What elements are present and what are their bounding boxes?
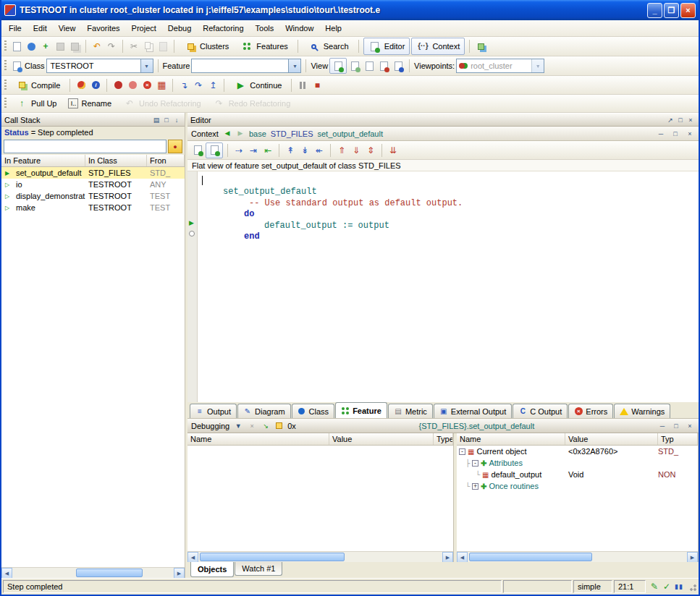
ignore-contracts-icon[interactable] [75, 79, 88, 92]
continue-button[interactable]: ▶ Continue [229, 77, 287, 94]
collapse-icon[interactable] [459, 448, 465, 455]
tab-errors[interactable]: × Errors [568, 404, 613, 418]
info-icon[interactable]: i [89, 79, 102, 92]
save-panel-icon[interactable]: ▤ [151, 115, 161, 124]
chevron-down-icon[interactable]: ▼ [140, 59, 153, 72]
scroll-track[interactable] [468, 552, 687, 562]
exception-note-icon[interactable] [274, 420, 284, 433]
column-name[interactable]: Name [457, 433, 565, 445]
watch-table-hscrollbar[interactable]: ◀ ▶ [187, 551, 453, 562]
menu-window[interactable]: Window [279, 22, 319, 35]
column-name[interactable]: Name [187, 433, 329, 445]
menu-debug[interactable]: Debug [162, 22, 197, 35]
toolbar-grip[interactable] [4, 80, 7, 91]
editor-header[interactable]: Editor ↗ □ × [187, 113, 699, 127]
minimize-context-icon[interactable]: ─ [656, 129, 666, 138]
call-stack-row[interactable]: ▷ io TESTROOT ANY [1, 179, 185, 190]
feature-implementers-icon[interactable]: ⇥ [247, 144, 260, 157]
collapse-icon[interactable] [472, 460, 478, 467]
restore-panel-icon[interactable]: ↗ [665, 115, 675, 124]
redo-icon[interactable]: ↷ [105, 40, 118, 53]
view-clickable-icon[interactable] [348, 59, 361, 72]
maximize-context-icon[interactable]: □ [670, 129, 680, 138]
call-stack-filter-input[interactable] [4, 140, 166, 153]
tree-row-attributes[interactable]: ├ ✚ Attributes [457, 457, 698, 469]
view-interface-icon[interactable] [392, 59, 405, 72]
call-stack-hscrollbar[interactable]: ◀ ▶ [1, 567, 185, 578]
grab-object-icon[interactable]: ↘ [261, 421, 271, 430]
save-icon[interactable] [54, 40, 67, 53]
menu-view[interactable]: View [53, 22, 82, 35]
column-from[interactable]: Fron [147, 155, 185, 166]
feature-homonyms-icon[interactable]: ⇢ [232, 144, 245, 157]
view-flat-icon[interactable] [363, 59, 376, 72]
menu-refactoring[interactable]: Refactoring [197, 22, 249, 35]
close-context-icon[interactable]: × [685, 129, 695, 138]
tab-c-output[interactable]: C C Output [513, 404, 568, 418]
rename-button[interactable]: I.. Rename [63, 96, 117, 111]
remove-breakpoints-icon[interactable]: × [140, 79, 153, 92]
menu-tools[interactable]: Tools [250, 22, 280, 35]
maximize-button[interactable]: ❐ [664, 3, 679, 18]
tab-class[interactable]: Class [292, 404, 335, 418]
context-toggle-button[interactable]: {··} Context [411, 38, 465, 55]
tab-diagram[interactable]: ✎ Diagram [237, 404, 291, 418]
breakpoint-slot-icon[interactable] [189, 231, 195, 237]
callers-icon[interactable]: ⇑ [335, 144, 348, 157]
expand-icon[interactable] [472, 483, 478, 490]
remove-watch-icon[interactable]: × [247, 421, 257, 430]
call-stack-header[interactable]: Call Stack ▤ □ ↓ [1, 113, 185, 127]
scroll-left-icon[interactable]: ◀ [1, 568, 12, 579]
creators-icon[interactable]: ⇊ [387, 144, 400, 157]
undo-refactoring-button[interactable]: ↶ Undo Refactoring [118, 95, 206, 112]
clickable-view-button[interactable] [206, 142, 223, 158]
scroll-right-icon[interactable]: ▶ [442, 552, 453, 563]
debugging-menu-chevron-icon[interactable]: ▼ [233, 421, 243, 430]
cut-icon[interactable]: ✂ [127, 40, 140, 53]
ancestor-versions-icon[interactable]: ↟ [284, 144, 297, 157]
paste-icon[interactable] [156, 40, 169, 53]
toolbar-grip[interactable] [4, 98, 7, 109]
call-stack-row[interactable]: ▶ set_output_default STD_FILES STD_ [1, 167, 185, 179]
maximize-panel-icon[interactable]: □ [675, 115, 686, 124]
tab-watch-1[interactable]: Watch #1 [235, 562, 282, 576]
tree-row-default-output[interactable]: └ ▦ default_output Void NON [457, 469, 698, 480]
add-item-icon[interactable]: + [39, 40, 52, 53]
pause-icon[interactable] [296, 79, 309, 92]
callees-icon[interactable]: ⇓ [350, 144, 363, 157]
class-combo[interactable]: TESTROOT ▼ [46, 59, 153, 73]
scroll-right-icon[interactable]: ▶ [174, 568, 185, 579]
close-debug-icon[interactable]: × [685, 421, 695, 430]
editor-gutter[interactable]: ▶ [187, 171, 198, 402]
column-value[interactable]: Value [329, 433, 434, 445]
feature-exact-icon[interactable]: ⇤ [261, 144, 274, 157]
scroll-left-icon[interactable]: ◀ [457, 552, 468, 563]
diagram-tool-icon[interactable] [474, 40, 487, 53]
menu-project[interactable]: Project [126, 22, 162, 35]
viewpoints-combo[interactable]: root_cluster ▼ [456, 59, 544, 73]
toolbar-grip[interactable] [4, 41, 7, 52]
column-type[interactable]: Typ [658, 433, 698, 445]
breadcrumb-cluster[interactable]: base [249, 129, 266, 138]
maximize-debug-icon[interactable]: □ [671, 421, 681, 430]
undo-icon[interactable]: ↶ [90, 40, 104, 53]
history-back-icon[interactable]: ◀ [223, 127, 232, 140]
editor-toggle-button[interactable]: Editor [363, 38, 410, 55]
disable-breakpoints-icon[interactable] [126, 79, 139, 92]
step-over-icon[interactable]: ↷ [192, 79, 205, 92]
menu-file[interactable]: File [3, 22, 28, 35]
feature-combo[interactable]: ▼ [191, 59, 301, 73]
breadcrumb-feature[interactable]: set_output_default [317, 129, 383, 138]
text-view-icon[interactable] [191, 144, 204, 157]
scroll-track[interactable] [198, 552, 442, 562]
menu-favorites[interactable]: Favorites [81, 22, 125, 35]
call-stack-row[interactable]: ▷ display_demonstrat... TESTROOT TEST [1, 190, 185, 202]
tab-metric[interactable]: ▤ Metric [388, 404, 433, 418]
objects-table-hscrollbar[interactable]: ◀ ▶ [457, 551, 698, 562]
flat-versions-icon[interactable]: ↞ [313, 144, 326, 157]
scroll-thumb[interactable] [76, 569, 143, 577]
close-panel-icon[interactable]: × [686, 115, 696, 124]
stop-points-tool-icon[interactable]: ▦ [155, 79, 168, 92]
scroll-left-icon[interactable]: ◀ [187, 552, 198, 563]
exception-settings-icon[interactable]: ● [168, 140, 182, 153]
